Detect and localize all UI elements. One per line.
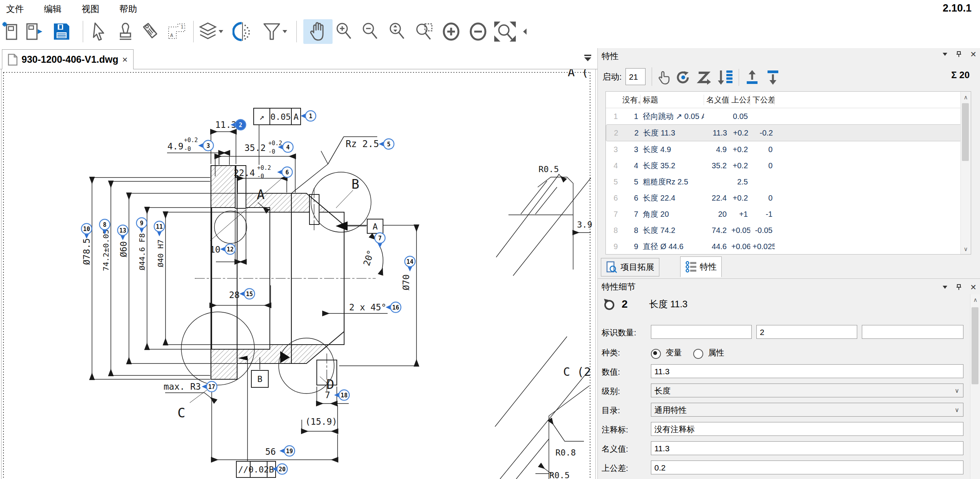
pan-hand-icon — [308, 21, 328, 42]
details-close-icon[interactable]: ✕ — [970, 283, 977, 292]
balloon-19[interactable]: 19 — [279, 446, 295, 456]
id-count-input-3[interactable] — [862, 325, 963, 339]
dim-label: C (2 — [563, 365, 591, 379]
dim-label: A — [257, 187, 264, 202]
details-scroll-up-icon[interactable]: ∧ — [970, 294, 980, 303]
table-row[interactable]: 66长度 22.422.4+0.20 — [606, 190, 971, 206]
balloon-5[interactable]: 5 — [379, 139, 394, 149]
document-tab-close-icon[interactable]: × — [122, 54, 128, 65]
nominal-input[interactable]: 11.3 — [651, 441, 963, 455]
svg-text:0.05: 0.05 — [271, 112, 291, 122]
class-dropdown[interactable]: 长度∨ — [651, 384, 963, 397]
pan-tool-button[interactable] — [303, 19, 333, 44]
table-row[interactable]: 55粗糙度Rz 2.52.5 — [606, 174, 971, 190]
table-header-row: 没有。标题名义值上公差下公差 — [606, 92, 971, 108]
stamp-tool-button[interactable] — [115, 19, 135, 44]
balloon-17[interactable]: 17 — [202, 382, 217, 392]
enlarge-button[interactable] — [441, 19, 461, 44]
balloon-13[interactable]: 13 — [118, 225, 128, 241]
layers-button[interactable] — [198, 19, 225, 44]
filter-button[interactable] — [262, 19, 289, 44]
scroll-up-icon[interactable]: ∧ — [961, 92, 971, 101]
scroll-down-icon[interactable]: ∨ — [961, 246, 971, 253]
zoom-window-button[interactable] — [414, 19, 434, 44]
details-menu-icon[interactable] — [942, 285, 948, 289]
rotate-icon[interactable] — [676, 70, 691, 85]
radio-variable[interactable] — [651, 349, 661, 359]
details-scrollbar[interactable]: ∧ — [970, 294, 980, 479]
mirror-view-icon — [232, 22, 253, 42]
zoom-fit-button[interactable] — [493, 19, 517, 44]
tab-characteristics[interactable]: 特性 — [680, 256, 722, 277]
save-button[interactable] — [52, 19, 72, 44]
new-document-button[interactable] — [1, 19, 21, 44]
select-tool-button[interactable] — [89, 19, 109, 44]
balloon-6[interactable]: 6 — [277, 167, 293, 178]
balloon-10[interactable]: 10 — [82, 224, 92, 239]
menu-edit[interactable]: 编辑 — [44, 3, 62, 15]
table-row[interactable]: 33长度 4.94.9+0.20 — [606, 141, 971, 157]
note-input[interactable]: 没有注释标 — [651, 422, 963, 436]
z-order-icon[interactable] — [696, 70, 712, 85]
table-scrollbar[interactable]: ∧ ∨ — [960, 92, 971, 254]
open-document-button[interactable] — [25, 19, 45, 44]
balloon-7[interactable]: 7 — [375, 233, 385, 248]
panel-close-icon[interactable]: ✕ — [970, 50, 977, 59]
value-input[interactable]: 11.3 — [651, 364, 963, 378]
panel-menu-icon[interactable] — [942, 52, 948, 56]
pin-icon[interactable] — [956, 51, 962, 57]
move-top-icon[interactable] — [744, 70, 760, 85]
svg-text:1: 1 — [181, 24, 184, 30]
balloon-18[interactable]: 18 — [334, 390, 350, 400]
partial-region-button[interactable]: 1 A — [166, 19, 186, 44]
hand-pointer-icon[interactable] — [656, 70, 670, 85]
upper-tolerance-input[interactable]: 0.2 — [651, 461, 963, 474]
open-document-icon — [25, 22, 45, 42]
shrink-button[interactable] — [468, 19, 488, 44]
zoom-out-button[interactable] — [360, 19, 380, 44]
dim-label: 7 — [325, 390, 330, 400]
tag-tool-button[interactable] — [140, 19, 160, 44]
table-row[interactable]: 99直径 Ø 44.644.6+0.064+0.025 — [606, 238, 971, 255]
zoom-dynamic-button[interactable] — [387, 19, 407, 44]
svg-text:16: 16 — [392, 304, 399, 311]
tab-project-expand[interactable]: 项目拓展 — [601, 258, 659, 276]
move-bottom-icon[interactable] — [765, 70, 781, 85]
svg-text:20: 20 — [279, 466, 286, 473]
menu-help[interactable]: 帮助 — [119, 3, 137, 15]
id-count-input-1[interactable] — [651, 325, 752, 339]
id-count-input-2[interactable]: 2 — [756, 325, 857, 339]
svg-text:B: B — [269, 465, 274, 474]
catalog-dropdown[interactable]: 通用特性∨ — [651, 403, 963, 417]
balloon-9[interactable]: 9 — [137, 218, 147, 233]
table-header: 没有。标题名义值上公差下公差 — [606, 92, 971, 108]
menu-view[interactable]: 视图 — [82, 3, 99, 15]
document-tab[interactable]: 930-1200-406-V1.dwg × — [2, 49, 134, 69]
table-row[interactable]: 44长度 35.235.2+0.20 — [606, 157, 971, 174]
menu-file[interactable]: 文件 — [6, 3, 24, 15]
zoom-in-button[interactable] — [334, 19, 354, 44]
table-row[interactable]: 11径向跳动 ↗ 0.05 A0.05 — [606, 108, 971, 124]
start-input[interactable]: 21 — [625, 68, 646, 85]
radio-variable-label: 变量 — [666, 348, 682, 357]
balloon-11[interactable]: 11 — [154, 221, 165, 237]
version-label: 2.10.1 — [943, 2, 972, 14]
sort-list-icon[interactable] — [717, 70, 733, 85]
balloon-14[interactable]: 14 — [405, 256, 415, 272]
details-pin-icon[interactable] — [956, 284, 962, 290]
dim-label: B — [351, 176, 359, 192]
radio-attribute[interactable] — [693, 349, 703, 359]
collapse-toolbar-button[interactable] — [520, 19, 530, 44]
table-row[interactable]: 88长度 74.274.2+0.05-0.05 — [606, 222, 971, 238]
balloon-16[interactable]: 16 — [386, 302, 401, 313]
balloon-marker-icon — [602, 297, 615, 311]
balloon-3[interactable]: 3 — [198, 141, 214, 151]
table-row[interactable]: 22长度 11.311.3+0.2-0.2 — [606, 124, 971, 141]
dim-label: 20° — [361, 249, 376, 267]
drawing-viewport[interactable]: 11.34.9+0.2-035.2+0.2-022.4+0.2-0Rz 2.5B… — [1, 69, 596, 479]
tab-list-button[interactable] — [582, 53, 594, 64]
mirror-view-button[interactable] — [232, 19, 253, 44]
balloon-1[interactable]: 1 — [301, 111, 316, 121]
table-row[interactable]: 77角度 2020+1-1 — [606, 206, 971, 222]
catalog-label: 目录: — [602, 403, 620, 418]
